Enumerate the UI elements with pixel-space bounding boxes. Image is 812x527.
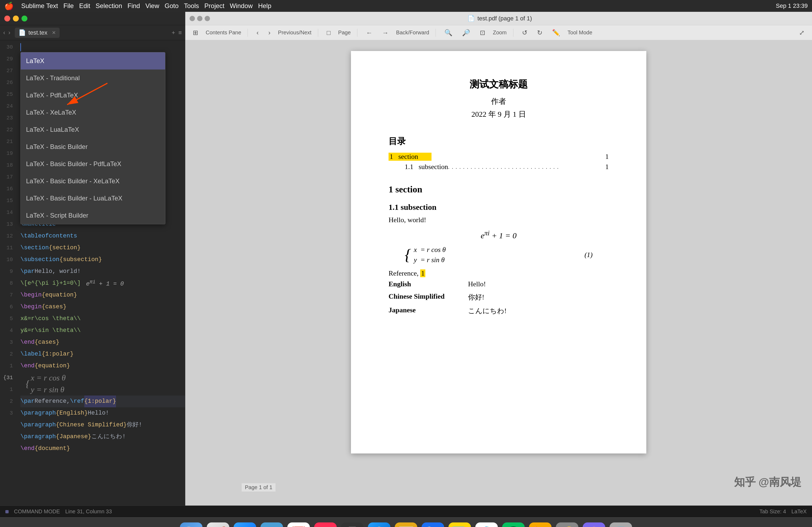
menu-goto[interactable]: Goto — [164, 2, 178, 10]
code-line-10: \subsection{subsection} — [20, 254, 185, 266]
dock-keychain[interactable]: 🔑 — [556, 523, 578, 527]
status-left: COMMAND MODE Line 31, Column 33 — [5, 509, 112, 515]
xcode-icon: 🔧 — [425, 526, 441, 527]
pdf-sep-3 — [357, 29, 358, 37]
dock-wechat[interactable]: 💬 — [502, 523, 525, 527]
pdf-fit-icon[interactable]: ⊡ — [478, 28, 487, 37]
autocomplete-item-basic-xe[interactable]: LaTeX - Basic Builder - XeLaTeX — [21, 172, 165, 190]
pdf-page-icon[interactable]: □ — [325, 28, 333, 37]
dock-archive[interactable]: 📦 — [583, 523, 605, 527]
line-num-15: 15 — [0, 195, 13, 207]
pdf-prev-icon[interactable]: ‹ — [254, 28, 261, 37]
dock-sketch[interactable]: ✏️ — [529, 523, 552, 527]
pdf-expand-icon[interactable]: ⤢ — [797, 28, 807, 37]
pdf-sidebar-icon[interactable]: ⊞ — [191, 28, 200, 37]
tab-close-button[interactable]: ✕ — [52, 30, 56, 36]
menu-find[interactable]: Find — [128, 2, 140, 10]
dock-mail[interactable]: ✉️ — [260, 523, 283, 527]
pdf-back-icon[interactable]: ← — [364, 28, 375, 37]
editor-content[interactable]: 30 29 27 26 25 24 23 22 21 19 18 17 16 1… — [0, 40, 185, 506]
code-line-7: \begin{equation} — [20, 289, 185, 301]
pdf-annotate-icon[interactable]: ✏️ — [550, 28, 562, 37]
dock-trash[interactable]: 🗑️ — [610, 523, 632, 527]
tab-menu-icon[interactable]: ≡ — [178, 29, 182, 36]
dock-music[interactable]: 🎵 — [314, 523, 337, 527]
line-num-7: 7 — [0, 289, 13, 301]
equation-number: (1) — [584, 251, 593, 259]
menu-edit[interactable]: Edit — [79, 2, 90, 10]
add-tab-icon[interactable]: + — [172, 29, 175, 36]
autocomplete-item-basic[interactable]: LaTeX - Basic Builder — [21, 138, 165, 155]
autocomplete-item-script[interactable]: LaTeX - Script Builder — [21, 207, 165, 224]
autocomplete-item-basic-lua[interactable]: LaTeX - Basic Builder - LuaLaTeX — [21, 190, 165, 207]
traffic-light-yellow[interactable] — [13, 16, 19, 21]
traffic-light-green[interactable] — [21, 16, 27, 21]
pdf-zoom-out-icon[interactable]: 🔍 — [442, 28, 454, 37]
dock-iphone[interactable]: 📱 — [341, 523, 364, 527]
dock-matlab[interactable]: 📊 — [395, 523, 417, 527]
menu-help[interactable]: Help — [258, 2, 271, 10]
pdf-dict-entry-chinese: Chinese Simplified 你好! — [389, 292, 609, 302]
code-line-12: \tableofcontents — [20, 230, 185, 242]
autocomplete-item-latex[interactable]: LaTeX — [21, 52, 165, 70]
dock-launchpad[interactable]: 🚀 — [207, 523, 229, 527]
line-num-b2: 2 — [0, 395, 13, 407]
pdf-tl-2[interactable] — [197, 16, 202, 21]
pdf-tl-3[interactable] — [205, 16, 210, 21]
pdf-sep-5 — [513, 29, 513, 37]
line-num-19: 19 — [0, 148, 13, 160]
editor-traffic-lights — [0, 16, 32, 21]
line-num-16: 16 — [0, 183, 13, 195]
autocomplete-item-pdf[interactable]: LaTeX - PdfLaTeX — [21, 87, 165, 104]
autocomplete-item-xe[interactable]: LaTeX - XeLaTeX — [21, 104, 165, 121]
dock-calendar[interactable]: 📅 — [287, 523, 310, 527]
menu-window[interactable]: Window — [230, 2, 253, 10]
autocomplete-item-basic-pdf[interactable]: LaTeX - Basic Builder - PdfLaTeX — [21, 155, 165, 172]
autocomplete-item-traditional[interactable]: LaTeX - Traditional — [21, 70, 165, 87]
toc-section-label: 1 section — [389, 153, 432, 161]
pdf-toolmode-label: Tool Mode — [568, 30, 592, 36]
dock-chrome[interactable]: 🌍 — [475, 523, 498, 527]
menu-selection[interactable]: Selection — [96, 2, 122, 10]
line-num-29: 29 — [0, 53, 13, 65]
code-line-6: \begin{cases} — [20, 301, 185, 313]
menu-tools[interactable]: Tools — [184, 2, 199, 10]
pdf-tl-1[interactable] — [190, 16, 195, 21]
dock-safari[interactable]: 🌐 — [234, 523, 256, 527]
menu-project[interactable]: Project — [204, 2, 224, 10]
pdf-zoom-in-icon[interactable]: 🔎 — [460, 28, 472, 37]
pdf-content[interactable]: 测试文稿标题 作者 2022 年 9 月 1 日 目录 1 section 1 … — [185, 40, 812, 506]
autocomplete-dropdown[interactable]: LaTeX LaTeX - Traditional LaTeX - PdfLaT… — [20, 52, 165, 224]
status-right: Tab Size: 4 LaTeX — [759, 509, 807, 515]
dock-xcode[interactable]: 🔧 — [422, 523, 444, 527]
line-num-30: 30 — [0, 41, 13, 53]
notes-icon: 📝 — [452, 526, 468, 527]
tab-right-arrow[interactable]: › — [8, 29, 10, 36]
pdf-next-icon[interactable]: › — [266, 28, 273, 37]
line-num-14: 14 — [0, 207, 13, 219]
appstore-icon: ⚙️ — [371, 526, 387, 527]
toc-entry-subsection: 1.1 subsection . . . . . . . . . . . . .… — [389, 163, 609, 171]
pdf-rotate-right-icon[interactable]: ↻ — [535, 28, 545, 37]
menu-view[interactable]: View — [145, 2, 159, 10]
music-icon: 🎵 — [317, 526, 334, 527]
dock-notes[interactable]: 📝 — [448, 523, 471, 527]
tab-left-arrow[interactable]: ‹ — [3, 29, 5, 36]
tab-left-icons: ‹ › — [3, 29, 11, 36]
cases-lines: x = r cos θ y = r sin θ — [414, 246, 446, 264]
traffic-light-red[interactable] — [4, 16, 10, 21]
tab-test-tex[interactable]: 📄 test.tex ✕ — [15, 28, 60, 38]
line-num-3: 3 — [0, 336, 13, 348]
dock-finder[interactable]: 🔍 — [180, 523, 202, 527]
apple-menu[interactable]: 🍎 — [4, 2, 14, 11]
dict-key-japanese: Japanese — [389, 306, 464, 316]
pdf-rotate-left-icon[interactable]: ↺ — [520, 28, 530, 37]
autocomplete-item-lua[interactable]: LaTeX - LuaLaTeX — [21, 121, 165, 138]
dock-appstore[interactable]: ⚙️ — [368, 523, 390, 527]
pdf-backforward-label: Back/Forward — [396, 30, 429, 36]
line-num-24: 24 — [0, 100, 13, 112]
menu-sublime-text[interactable]: Sublime Text — [21, 2, 58, 10]
toc-subsection-page: 1 — [601, 163, 609, 171]
menu-file[interactable]: File — [63, 2, 74, 10]
pdf-forward-icon[interactable]: → — [380, 28, 391, 37]
